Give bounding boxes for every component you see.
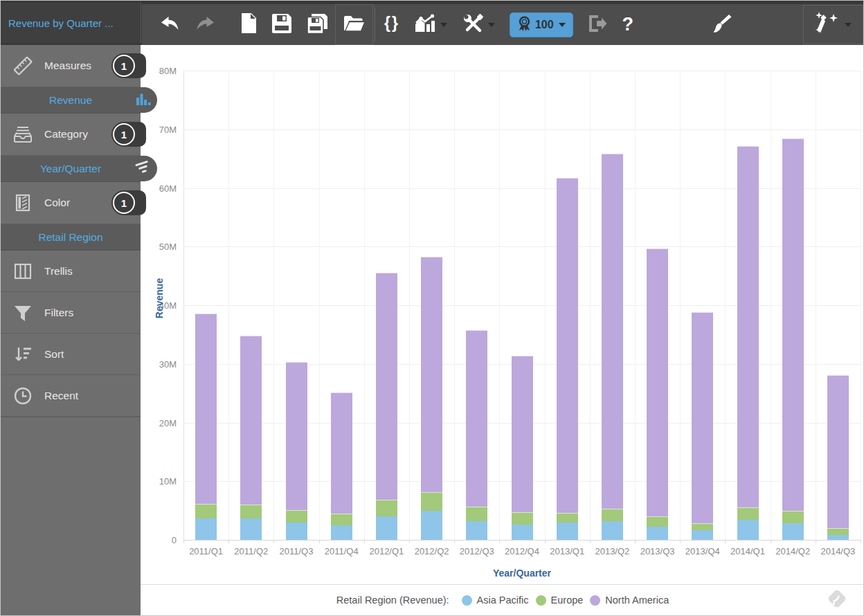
bar-segment[interactable] (376, 500, 397, 517)
sidebar-item-filters[interactable]: Filters (1, 292, 141, 334)
code-button[interactable]: {} (377, 4, 407, 45)
bar-segment[interactable] (557, 178, 578, 513)
bar-segment[interactable] (782, 523, 804, 540)
bar-segment[interactable] (692, 312, 713, 523)
x-tick-label: 2013/Q3 (635, 546, 680, 556)
bar-segment[interactable] (737, 146, 759, 507)
legend-swatch-icon (462, 595, 472, 606)
bar-segment[interactable] (331, 392, 352, 514)
undo-icon (159, 16, 180, 34)
sidebar-field-year-quarter[interactable]: Year/Quarter (1, 156, 141, 182)
bar-segment[interactable] (195, 518, 217, 540)
toolbar-separator (375, 8, 375, 42)
sidebar: Measures 1 Revenue Category 1 Year/Quart… (1, 45, 141, 615)
tray-icon (12, 125, 34, 143)
visualization-title[interactable]: Revenue by Quarter ... (1, 3, 141, 43)
bar-segment[interactable] (195, 504, 217, 518)
bar-segment[interactable] (240, 336, 262, 505)
legend-entry[interactable]: Asia Pacific (462, 595, 529, 606)
bar-segment[interactable] (692, 523, 713, 530)
sidebar-item-color[interactable]: Color 1 (1, 182, 141, 224)
bar-segment[interactable] (602, 154, 623, 509)
sidebar-item-sort[interactable]: Sort (1, 334, 141, 375)
plot-area[interactable]: 010M20M30M40M50M60M70M80M2011/Q12011/Q22… (141, 45, 864, 586)
h-gridline (183, 305, 861, 306)
sidebar-item-recent[interactable]: Recent (1, 375, 141, 417)
bar-segment[interactable] (512, 525, 533, 540)
sidebar-field-retail-region[interactable]: Retail Region (1, 224, 141, 251)
x-tick-label: 2011/Q2 (228, 546, 273, 556)
bar-segment[interactable] (466, 521, 487, 540)
help-button[interactable]: ? (615, 4, 642, 45)
x-tick-label: 2012/Q2 (409, 546, 454, 556)
bar-segment[interactable] (737, 520, 759, 540)
paintbrush-icon (713, 14, 732, 36)
bar-segment[interactable] (240, 518, 262, 540)
bar-segment[interactable] (421, 492, 442, 511)
bar-segment[interactable] (421, 257, 442, 492)
bar-segment[interactable] (557, 523, 578, 540)
bar-segment[interactable] (240, 505, 262, 518)
measures-count-badge: 1 (111, 53, 146, 78)
bar-segment[interactable] (737, 507, 759, 520)
magic-wand-icon (815, 12, 840, 37)
style-brush-button[interactable] (705, 4, 739, 45)
bar-segment[interactable] (782, 138, 804, 510)
h-gridline (183, 188, 861, 189)
bar-segment[interactable] (782, 511, 804, 524)
redo-button[interactable] (188, 4, 224, 45)
bar-segment[interactable] (331, 514, 352, 525)
open-button[interactable] (335, 4, 373, 45)
bar-segment[interactable] (466, 507, 487, 521)
score-button[interactable]: 100 (510, 12, 573, 37)
bar-segment[interactable] (647, 248, 668, 516)
revenue-field-pill[interactable] (117, 87, 157, 113)
top-bar: Revenue by Quarter ... (1, 1, 863, 45)
save-icon (272, 14, 291, 36)
y-tick-label: 50M (141, 242, 177, 252)
year-quarter-field-pill[interactable] (117, 156, 157, 181)
bar-segment[interactable] (512, 356, 533, 512)
sidebar-field-revenue[interactable]: Revenue (1, 87, 141, 114)
bar-segment[interactable] (286, 510, 307, 523)
bar-segment[interactable] (827, 535, 849, 540)
sidebar-item-label: Measures (44, 60, 91, 72)
color-count-badge: 1 (111, 190, 146, 215)
bar-segment[interactable] (827, 528, 849, 535)
bar-segment[interactable] (827, 375, 849, 528)
bar-segment[interactable] (602, 509, 623, 521)
sidebar-item-trellis[interactable]: Trellis (1, 251, 141, 292)
bar-segment[interactable] (376, 273, 397, 499)
undo-button[interactable] (152, 4, 188, 45)
bar-segment[interactable] (692, 530, 713, 540)
smart-insights-button[interactable] (803, 5, 863, 44)
bar-segment[interactable] (647, 527, 668, 540)
legend-entry[interactable]: North America (590, 595, 669, 606)
chevron-down-icon (559, 23, 566, 27)
chart-type-button[interactable] (407, 4, 455, 45)
save-button[interactable] (264, 4, 299, 45)
bar-segment[interactable] (331, 525, 352, 540)
save-as-button[interactable] (299, 4, 335, 45)
x-tick-label: 2011/Q1 (183, 546, 228, 556)
bar-segment[interactable] (376, 516, 397, 540)
bar-segment[interactable] (602, 521, 623, 540)
new-document-button[interactable] (233, 4, 264, 45)
sidebar-item-category[interactable]: Category 1 (1, 114, 141, 156)
tools-button[interactable] (455, 4, 503, 45)
bar-segment[interactable] (421, 511, 442, 540)
bar-segment[interactable] (647, 516, 668, 526)
bar-segment[interactable] (286, 523, 307, 540)
legend-entry[interactable]: Europe (536, 595, 584, 606)
bar-segment[interactable] (286, 362, 307, 510)
bar-segment[interactable] (512, 512, 533, 525)
export-button[interactable] (580, 4, 615, 45)
x-tick-mark (861, 540, 861, 543)
bar-segment[interactable] (195, 314, 217, 504)
bar-segment[interactable] (557, 513, 578, 523)
sidebar-item-label: Filters (44, 307, 73, 319)
sidebar-item-measures[interactable]: Measures 1 (1, 45, 141, 87)
toolbar: {} (142, 4, 863, 45)
bar-segment[interactable] (466, 330, 487, 506)
x-tick-label: 2014/Q1 (725, 546, 770, 556)
